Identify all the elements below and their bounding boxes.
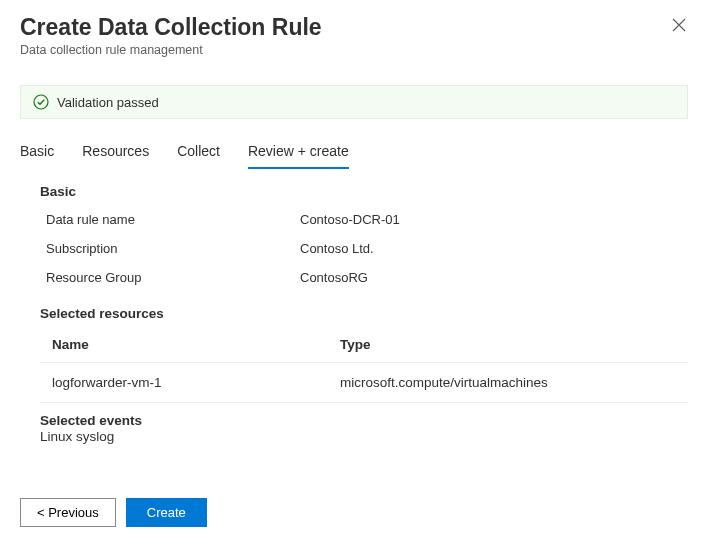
check-circle-icon: [33, 94, 49, 110]
data-rule-name-value: Contoso-DCR-01: [300, 212, 400, 227]
validation-banner: Validation passed: [20, 85, 688, 119]
tab-resources[interactable]: Resources: [82, 137, 149, 168]
data-rule-name-label: Data rule name: [40, 212, 300, 227]
close-button[interactable]: [672, 18, 686, 35]
validation-message: Validation passed: [57, 95, 159, 110]
subscription-label: Subscription: [40, 241, 300, 256]
create-button[interactable]: Create: [126, 498, 207, 527]
tabs: Basic Resources Collect Review + create: [0, 119, 708, 168]
tab-review-create[interactable]: Review + create: [248, 137, 349, 169]
col-header-type: Type: [340, 337, 688, 352]
resource-type: microsoft.compute/virtualmachines: [340, 375, 688, 390]
tab-basic[interactable]: Basic: [20, 137, 54, 168]
resources-table-header: Name Type: [40, 327, 688, 363]
page-title: Create Data Collection Rule: [20, 14, 688, 41]
col-header-name: Name: [52, 337, 340, 352]
selected-resources-heading: Selected resources: [40, 306, 688, 321]
row-data-rule-name: Data rule name Contoso-DCR-01: [40, 205, 688, 234]
resource-name: logforwarder-vm-1: [52, 375, 340, 390]
row-subscription: Subscription Contoso Ltd.: [40, 234, 688, 263]
page-subtitle: Data collection rule management: [20, 43, 688, 57]
previous-button[interactable]: < Previous: [20, 498, 116, 527]
tab-collect[interactable]: Collect: [177, 137, 220, 168]
close-icon: [672, 20, 686, 35]
subscription-value: Contoso Ltd.: [300, 241, 374, 256]
row-resource-group: Resource Group ContosoRG: [40, 263, 688, 292]
resource-group-label: Resource Group: [40, 270, 300, 285]
selected-events-value: Linux syslog: [40, 429, 688, 444]
basic-heading: Basic: [40, 184, 688, 199]
resource-group-value: ContosoRG: [300, 270, 368, 285]
selected-events-heading: Selected events: [40, 413, 688, 428]
table-row: logforwarder-vm-1 microsoft.compute/virt…: [40, 363, 688, 403]
svg-point-0: [34, 95, 48, 109]
